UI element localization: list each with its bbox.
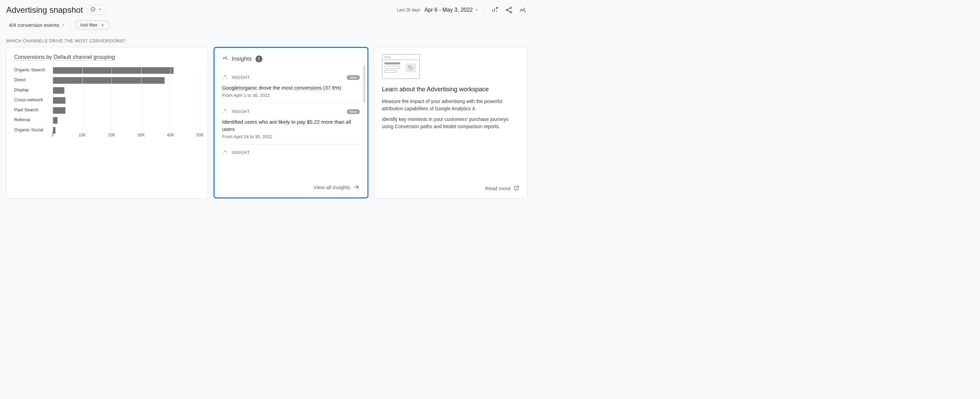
chart-bar[interactable] [52,67,173,74]
add-filter-button[interactable]: Add filter [75,20,110,30]
sparkle-icon [222,74,228,81]
date-range-text: Apr 6 - May 3, 2022 [424,7,473,13]
chart-bar[interactable] [52,107,65,114]
view-all-insights-link[interactable]: View all insights [222,181,360,190]
page-title: Advertising snapshot [6,5,83,15]
sparkle-icon [222,149,228,156]
chart-x-tick: 10K [78,132,86,137]
insight-subtitle: From April 1 to 30, 2022 [222,93,360,98]
new-badge: New [347,109,360,114]
chart-category-label: Referral [14,117,52,124]
chart-bar[interactable] [52,77,165,84]
chart-bar[interactable] [52,117,57,124]
share-icon[interactable] [504,5,514,15]
chart-category-label: Display [14,87,52,94]
chart-x-tick: 0 [52,132,54,137]
insights-spark-icon [222,55,228,63]
chevron-down-icon [97,6,103,13]
learn-card: Learn about the Advertising workspace Me… [374,47,528,198]
learn-illustration [382,54,420,79]
chevron-down-icon [474,8,479,13]
insight-item[interactable]: INSIGHTNewGoogle/organic drove the most … [222,69,360,103]
chart-category-label: Direct [14,77,52,84]
section-title: WHICH CHANNELS DRIVE THE MOST CONVERSION… [0,38,534,47]
chart-title-dimension[interactable]: Default channel grouping [54,54,115,61]
insight-subtitle: From April 24 to 30, 2022 [222,134,360,139]
chart-x-tick: 20K [108,132,115,137]
insight-title: Identified users who are likely to pay $… [222,118,360,132]
insights-spark-icon[interactable] [518,5,528,15]
conversion-events-label: 4/4 conversion events [9,22,59,28]
chart-title: Conversions by Default channel grouping [14,54,200,60]
read-more-link[interactable]: Read more [382,182,520,191]
scrollbar[interactable] [363,65,365,103]
chart-category-label: Cross-network [14,97,52,104]
chart-category-label: Organic Search [14,67,52,74]
insight-item[interactable]: INSIGHT [222,144,360,161]
chart-plot: 010K20K30K40K50K [52,67,200,139]
page-header: Advertising snapshot Last 28 days Apr 6 … [0,0,534,18]
divider [70,21,71,29]
filter-bar: 4/4 conversion events Add filter [0,18,534,38]
chart-x-tick: 40K [167,132,174,137]
tag-icon [408,65,414,71]
svg-point-0 [91,7,95,11]
chart-bar[interactable] [52,87,64,94]
open-in-new-icon [514,185,520,191]
insights-card: Insights 5 INSIGHTNewGoogle/organic drov… [213,47,368,198]
chart-y-labels: Organic SearchDirectDisplayCross-network… [14,67,52,139]
arrow-right-icon [353,184,360,190]
insights-heading: Insights [232,56,252,62]
learn-paragraph: Measure the impact of your advertising w… [382,98,520,112]
add-filter-label: Add filter [80,22,97,27]
learn-title: Learn about the Advertising workspace [382,86,520,93]
insights-count-badge: 5 [256,56,262,62]
check-circle-icon [90,6,96,13]
svg-point-4 [409,67,410,67]
channels-chart-card: Conversions by Default channel grouping … [6,47,208,198]
chevron-down-icon [61,23,65,27]
insight-title: Google/organic drove the most conversion… [222,85,360,91]
customize-report-icon[interactable] [490,5,500,15]
chart-title-metric[interactable]: Conversions [14,54,45,61]
insight-item[interactable]: INSIGHTNewIdentified users who are likel… [222,103,360,144]
learn-paragraph: Identify key moments in your customers' … [382,116,520,130]
chart-category-label: Paid Search [14,107,52,114]
chart-category-label: Organic Social [14,127,52,134]
chart-bar[interactable] [52,97,65,104]
chart-x-tick: 50K [196,132,204,137]
sparkle-icon [222,108,228,115]
plus-icon [100,23,105,27]
conversion-events-select[interactable]: 4/4 conversion events [9,22,65,28]
date-range-picker[interactable]: Apr 6 - May 3, 2022 [424,7,479,13]
new-badge: New [347,75,360,80]
date-range-label: Last 28 days [397,8,420,13]
chart-x-tick: 30K [137,132,145,137]
status-pill[interactable] [87,5,106,15]
